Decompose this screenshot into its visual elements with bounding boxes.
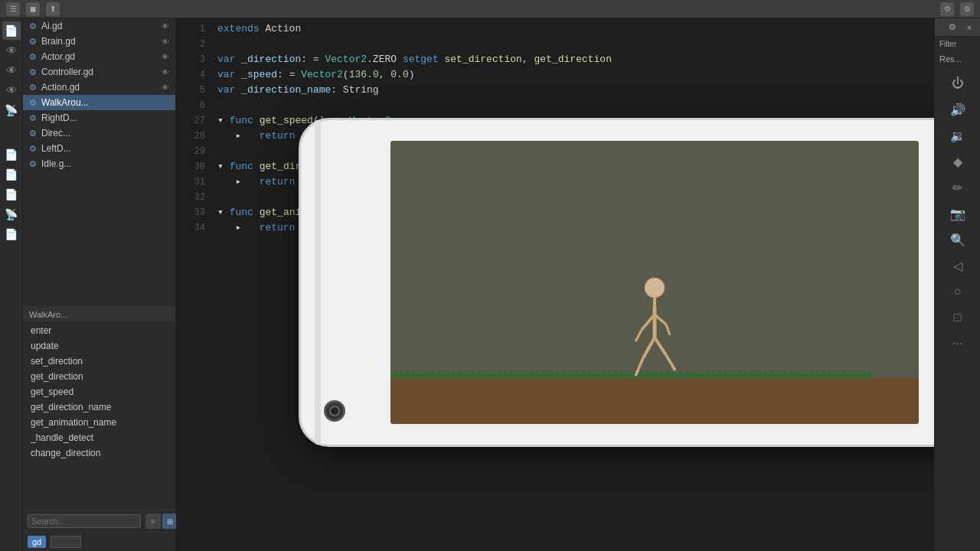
phone-overlay: — ×	[299, 118, 934, 447]
method-item[interactable]: _handle_detect	[23, 430, 175, 445]
right-panel-header: ⚙ ×	[935, 18, 980, 37]
left-section: ⚙Ai.gd👁⚙Brain.gd👁⚙Actor.gd👁⚙Controller.g…	[23, 18, 176, 551]
eye2-icon[interactable]: 👁	[2, 61, 21, 80]
method-item[interactable]: get_direction	[23, 369, 175, 384]
grid-view-btn[interactable]: ⊞	[162, 514, 178, 529]
file-tree-list: ⚙Ai.gd👁⚙Brain.gd👁⚙Actor.gd👁⚙Controller.g…	[23, 18, 175, 171]
volume-down-icon[interactable]: 🔉	[947, 125, 969, 146]
method-item[interactable]: get_speed	[23, 384, 175, 399]
right-icons: ⏻🔊🔉◆✏📷🔍◁○□···	[935, 67, 980, 360]
phone-camera-lens	[329, 406, 340, 416]
settings-btn[interactable]: ⚙	[960, 2, 974, 16]
rss2-icon[interactable]: 📡	[2, 205, 21, 223]
right-panel-close-btn[interactable]: ×	[963, 21, 975, 34]
file-tree-item[interactable]: ⚙WalkArou...	[23, 95, 175, 110]
res-label: Res...	[935, 51, 980, 67]
script4-icon[interactable]: 📄	[2, 185, 21, 204]
node-label: gd	[28, 536, 46, 548]
script5-icon[interactable]: 📄	[2, 225, 21, 243]
camera-icon[interactable]: 📷	[947, 203, 969, 224]
code-line: 6	[176, 98, 934, 113]
phone-screen-inner: ♣♣♣♣♣♣♣♣♣♣♣♣♣♣♣♣♣♣♣♣♣♣♣♣♣♣♣♣♣♣♣♣♣♣♣♣♣♣♣♣…	[390, 141, 919, 424]
line-number: 30	[182, 159, 205, 174]
scene-btn[interactable]: ◼	[26, 2, 40, 16]
circle-icon[interactable]: ○	[947, 281, 969, 302]
gear-icon: ⚙	[29, 159, 37, 169]
file-tree-item[interactable]: ⚙Controller.gd👁	[23, 64, 175, 80]
eye3-icon[interactable]: 👁	[2, 81, 21, 99]
more-icon[interactable]: ···	[947, 333, 969, 354]
back-icon[interactable]: ◁	[947, 255, 969, 276]
line-number: 32	[182, 190, 205, 205]
eraser-icon[interactable]: ✏	[947, 177, 969, 198]
method-item[interactable]: get_direction_name	[23, 399, 175, 415]
debug-btn[interactable]: ⚙	[940, 2, 954, 16]
square-icon[interactable]: □	[947, 307, 969, 328]
method-item[interactable]: change_direction	[23, 445, 175, 461]
method-list: enterupdateset_directionget_directionget…	[23, 323, 175, 510]
file-tree-item[interactable]: ⚙Action.gd👁	[23, 80, 175, 95]
file-label: Brain.gd	[41, 36, 76, 47]
node-toggle[interactable]	[51, 536, 81, 548]
main-area: 📄 👁 👁 👁 📡 📄 📄 📄 📡 📄 ⚙Ai.gd👁⚙Brain.gd👁⚙Ac…	[0, 18, 980, 551]
script-icon[interactable]: 📄	[2, 21, 21, 40]
method-item[interactable]: enter	[23, 323, 175, 338]
line-number: 5	[182, 83, 205, 98]
method-item[interactable]: get_animation_name	[23, 415, 175, 430]
file-tree-item[interactable]: ⚙Actor.gd👁	[23, 49, 175, 64]
svg-line-9	[655, 337, 666, 355]
left-icon-bar: 📄 👁 👁 👁 📡 📄 📄 📄 📡 📄	[0, 18, 23, 551]
line-number: 2	[182, 37, 205, 52]
gear-icon: ⚙	[29, 21, 37, 31]
file-tree-item[interactable]: ⚙RightD...	[23, 110, 175, 126]
svg-line-6	[666, 324, 670, 335]
gear-icon: ⚙	[29, 83, 37, 93]
right-panel-settings-btn[interactable]: ⚙	[946, 21, 959, 34]
line-number: 3	[182, 52, 205, 67]
file-tree-item[interactable]: ⚙LeftD...	[23, 141, 175, 156]
svg-line-3	[642, 315, 655, 330]
eye-icon[interactable]: 👁	[2, 41, 21, 60]
script2-icon[interactable]: 📄	[2, 145, 21, 164]
method-item[interactable]: update	[23, 338, 175, 354]
file-tree-item[interactable]: ⚙Idle.g...	[23, 156, 175, 171]
gear-icon: ⚙	[29, 52, 37, 62]
list-view-btn[interactable]: ≡	[145, 514, 161, 529]
phone-frame: — ×	[299, 118, 934, 447]
phone-screen: ♣♣♣♣♣♣♣♣♣♣♣♣♣♣♣♣♣♣♣♣♣♣♣♣♣♣♣♣♣♣♣♣♣♣♣♣♣♣♣♣…	[390, 141, 919, 424]
search-input[interactable]	[28, 514, 141, 528]
ground	[390, 378, 919, 424]
file-label: Action.gd	[41, 82, 80, 93]
code-line: 4var _speed: = Vector2(136.0, 0.0)	[176, 67, 934, 83]
eye-icon: 👁	[162, 83, 169, 92]
line-number: 4	[182, 67, 205, 83]
method-item[interactable]: set_direction	[23, 354, 175, 369]
file-label: LeftD...	[41, 143, 71, 154]
eye-icon: 👁	[162, 37, 169, 46]
code-line: 1extends Action	[176, 21, 934, 37]
walking-figure	[628, 272, 681, 382]
script3-icon[interactable]: 📄	[2, 165, 21, 184]
rss-icon[interactable]: 📡	[2, 101, 21, 119]
filter-label: Filter	[935, 37, 980, 51]
line-number: 27	[182, 113, 205, 129]
line-number: 31	[182, 174, 205, 190]
line-number: 28	[182, 129, 205, 144]
file-tree-item[interactable]: ⚙Direc...	[23, 126, 175, 141]
zoom-in-icon[interactable]: 🔍	[947, 229, 969, 250]
svg-point-0	[645, 278, 665, 298]
file-tree-item[interactable]: ⚙Brain.gd👁	[23, 34, 175, 49]
file-label: Direc...	[41, 128, 70, 139]
diamond-icon[interactable]: ◆	[947, 151, 969, 172]
file-label: RightD...	[41, 112, 77, 123]
phone-camera	[324, 400, 345, 422]
line-number: 29	[182, 144, 205, 159]
file-label: WalkArou...	[41, 97, 89, 108]
gear-icon: ⚙	[29, 98, 37, 108]
menu-btn[interactable]: ☰	[6, 2, 20, 16]
gear-icon: ⚙	[29, 67, 37, 77]
file-tree-item[interactable]: ⚙Ai.gd👁	[23, 18, 175, 34]
import-btn[interactable]: ⬆	[46, 2, 60, 16]
volume-up-icon[interactable]: 🔊	[947, 99, 969, 120]
power-icon[interactable]: ⏻	[947, 73, 969, 94]
